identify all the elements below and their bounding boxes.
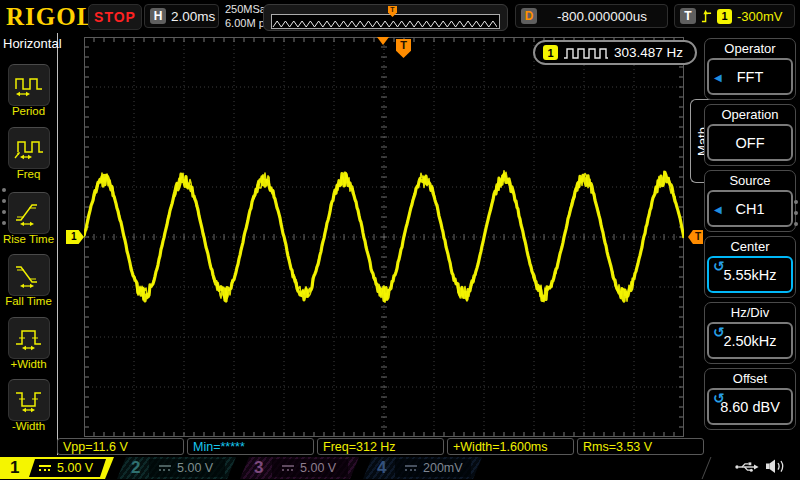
minus-width-button[interactable] bbox=[8, 379, 50, 421]
left-page-dot bbox=[2, 221, 6, 225]
delay-badge: D bbox=[521, 8, 537, 24]
trigger-badge: T bbox=[680, 8, 696, 24]
squarewave-icon bbox=[564, 47, 608, 59]
menu-hz-div[interactable]: Hz/Div ◀ ↺ 2.50kHz bbox=[704, 302, 796, 364]
right-page-dot bbox=[794, 222, 798, 226]
screen-center-marker bbox=[377, 37, 389, 45]
ch1-level-marker[interactable]: 1 bbox=[66, 230, 84, 244]
rise-time-icon bbox=[14, 200, 44, 226]
knob-icon: ↺ bbox=[713, 390, 725, 406]
menu-operation[interactable]: Operation ◀ ↺ OFF bbox=[704, 104, 796, 166]
delay-box[interactable]: D -800.000000us bbox=[515, 4, 668, 28]
oscilloscope-screen: RIGOL STOP H 2.00ms 250MSa/s 6.00M pts T… bbox=[0, 0, 800, 480]
horizontal-scale-box[interactable]: H 2.00ms bbox=[144, 4, 219, 28]
left-menu-title: Horizontal bbox=[3, 36, 62, 51]
dc-coupling-icon bbox=[405, 465, 417, 471]
left-measure-menu: Horizontal Period bbox=[0, 33, 58, 455]
measurement-min[interactable]: Min=***** bbox=[187, 438, 314, 455]
waveform-preview bbox=[271, 14, 500, 29]
freq-button[interactable] bbox=[8, 127, 50, 169]
submenu-arrow-icon: ◀ bbox=[714, 203, 722, 214]
fall-time-button[interactable] bbox=[8, 254, 50, 296]
channel-3-tab[interactable]: 3 5.00 V bbox=[240, 457, 359, 479]
plus-width-button[interactable] bbox=[8, 317, 50, 359]
menu-source[interactable]: Source ◀ ↺ CH1 bbox=[704, 170, 796, 232]
dc-coupling-icon bbox=[39, 465, 51, 471]
knob-icon: ↺ bbox=[713, 324, 725, 340]
trigger-box[interactable]: T 1 -300mV bbox=[674, 4, 795, 28]
measurement-rms[interactable]: Rms=3.53 V bbox=[577, 438, 704, 455]
measurement-freq[interactable]: Freq=312 Hz bbox=[317, 438, 444, 455]
trigger-source-badge: 1 bbox=[717, 9, 732, 24]
knob-icon: ↺ bbox=[713, 258, 725, 274]
frequency-counter-badge: 1 303.487 Hz bbox=[533, 40, 697, 65]
measurement-vpp[interactable]: Vpp=11.6 V bbox=[57, 438, 184, 455]
menu-operator[interactable]: Operator ◀ ↺ FFT bbox=[704, 38, 796, 100]
statusbar-divider bbox=[702, 457, 712, 479]
trigger-level-marker[interactable]: T bbox=[688, 230, 703, 244]
horizontal-position-strip: T bbox=[263, 4, 508, 31]
waveform-grid bbox=[84, 37, 684, 437]
trigger-level-value: -300mV bbox=[737, 9, 783, 24]
usb-icon bbox=[735, 461, 759, 473]
plus-width-icon bbox=[14, 325, 44, 351]
preview-wave-icon bbox=[272, 18, 497, 29]
measurement-width[interactable]: +Width=1.600ms bbox=[447, 438, 574, 455]
left-page-dot bbox=[2, 199, 6, 203]
period-button[interactable] bbox=[8, 64, 50, 106]
channel-4-tab[interactable]: 4 200mV bbox=[363, 457, 482, 479]
horizontal-badge: H bbox=[150, 8, 166, 24]
minus-width-icon bbox=[14, 387, 44, 413]
fall-time-icon bbox=[14, 262, 44, 288]
period-icon bbox=[14, 72, 44, 98]
channel-2-tab[interactable]: 2 5.00 V bbox=[117, 457, 236, 479]
channel-1-tab[interactable]: 1 5.00 V bbox=[0, 457, 114, 479]
horizontal-scale-value: 2.00ms bbox=[171, 9, 215, 24]
left-page-dot bbox=[2, 188, 6, 192]
menu-offset[interactable]: Offset ◀ ↺ 8.60 dBV bbox=[704, 368, 796, 430]
submenu-arrow-icon: ◀ bbox=[714, 71, 722, 82]
menu-center[interactable]: Center ◀ ↺ 5.55kHz bbox=[704, 236, 796, 298]
dc-coupling-icon bbox=[159, 465, 171, 471]
trigger-slope-icon bbox=[701, 9, 712, 24]
right-page-dot bbox=[794, 200, 798, 204]
counter-channel-badge: 1 bbox=[543, 45, 558, 60]
right-page-dot bbox=[794, 211, 798, 215]
brand-logo: RIGOL bbox=[6, 3, 94, 31]
counter-value: 303.487 Hz bbox=[614, 45, 683, 60]
dc-coupling-icon bbox=[282, 465, 294, 471]
delay-value: -800.000000us bbox=[542, 9, 662, 24]
run-stop-status: STOP bbox=[88, 4, 142, 30]
rise-time-button[interactable] bbox=[8, 192, 50, 234]
beeper-icon bbox=[764, 458, 786, 475]
freq-icon bbox=[14, 135, 44, 161]
left-page-dot bbox=[2, 210, 6, 214]
